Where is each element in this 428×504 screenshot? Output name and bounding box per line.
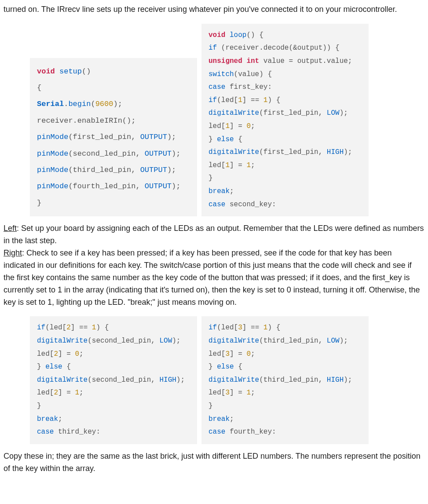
t: OUTPUT bbox=[145, 182, 172, 190]
t: 1 bbox=[263, 324, 268, 332]
t: 1 bbox=[238, 96, 242, 104]
t: ); bbox=[172, 150, 180, 158]
paragraph-left-right: Left: Set up your board by assigning eac… bbox=[4, 223, 424, 308]
t: 1 bbox=[225, 161, 230, 169]
t: () bbox=[82, 67, 91, 76]
t: pinMode bbox=[37, 182, 68, 190]
t: 1 bbox=[225, 122, 230, 130]
t: if bbox=[209, 324, 217, 332]
t: (led[ bbox=[45, 324, 66, 332]
t: (third_led_pin, bbox=[259, 376, 327, 384]
t: ); bbox=[172, 337, 180, 345]
t: case bbox=[37, 428, 54, 436]
t: receiver.enableIRIn(); bbox=[37, 117, 135, 125]
t: } bbox=[209, 402, 213, 410]
t: Serial bbox=[37, 100, 64, 108]
t: ); bbox=[176, 376, 185, 384]
t: OUTPUT bbox=[140, 166, 167, 174]
t: ) { bbox=[267, 96, 280, 104]
t: { bbox=[234, 135, 242, 143]
t: 2 bbox=[54, 389, 58, 397]
t: pinMode bbox=[37, 166, 68, 174]
t: ) { bbox=[96, 324, 109, 332]
t: ] = bbox=[230, 161, 246, 169]
text-left: : Set up your board by assigning each of… bbox=[4, 224, 424, 245]
t: 1 bbox=[75, 389, 79, 397]
t: ] = bbox=[230, 389, 246, 397]
t: ); bbox=[344, 148, 352, 156]
t: digitalWrite bbox=[209, 337, 259, 345]
t: ( bbox=[91, 100, 95, 108]
t: begin bbox=[68, 100, 91, 108]
t: (first_led_pin, bbox=[68, 133, 140, 141]
t: pinMode bbox=[37, 133, 68, 141]
t: HIGH bbox=[159, 376, 176, 384]
t: ); bbox=[340, 337, 348, 345]
t: ] = bbox=[58, 350, 75, 358]
t: ; bbox=[251, 161, 255, 169]
t: 2 bbox=[54, 350, 58, 358]
t: } bbox=[209, 363, 213, 371]
t: ); bbox=[172, 182, 180, 190]
code-case-third: if(led[3] == 1) { digitalWrite(third_led… bbox=[201, 316, 369, 444]
t: HIGH bbox=[327, 376, 344, 384]
t: fourth_key: bbox=[225, 428, 276, 436]
t: { bbox=[234, 363, 242, 371]
t: second_key: bbox=[225, 201, 276, 208]
t: () { bbox=[246, 31, 263, 39]
t: ) { bbox=[267, 324, 280, 332]
t: break bbox=[209, 415, 230, 423]
t: 0 bbox=[75, 350, 79, 358]
label-left: Left bbox=[4, 224, 17, 233]
t: ); bbox=[167, 133, 176, 141]
t: first_key: bbox=[225, 83, 272, 91]
t: ; bbox=[79, 350, 84, 358]
code-loop: void loop() { if (receiver.decode(&outpu… bbox=[201, 24, 369, 216]
t: (fourth_led_pin, bbox=[68, 182, 144, 190]
t: 1 bbox=[92, 324, 96, 332]
t: if bbox=[37, 324, 45, 332]
t: 3 bbox=[225, 350, 230, 358]
kw-void: void bbox=[37, 67, 55, 76]
t: led[ bbox=[209, 389, 225, 397]
t: led[ bbox=[37, 389, 54, 397]
t: 1 bbox=[246, 389, 251, 397]
t: ] = bbox=[230, 122, 246, 130]
t: loop bbox=[230, 31, 246, 39]
t: ; bbox=[230, 415, 234, 423]
t: if bbox=[209, 44, 217, 52]
code-setup: void setup() { Serial.begin(9600); recei… bbox=[30, 58, 197, 217]
t: switch bbox=[209, 70, 234, 78]
t: ; bbox=[58, 415, 62, 423]
t: case bbox=[209, 201, 225, 208]
t: case bbox=[209, 83, 225, 91]
t: ; bbox=[251, 389, 255, 397]
t: else bbox=[217, 135, 234, 143]
text-right: : Check to see if a key has been pressed… bbox=[4, 248, 420, 307]
t: (third_led_pin, bbox=[259, 337, 327, 345]
code-case-second: if(led[2] == 1) { digitalWrite(second_le… bbox=[30, 316, 197, 444]
t: value = output.value; bbox=[259, 57, 352, 65]
t: (led[ bbox=[217, 96, 238, 104]
t: break bbox=[37, 415, 58, 423]
t: led[ bbox=[209, 122, 225, 130]
t: LOW bbox=[327, 337, 340, 345]
t: (led[ bbox=[217, 324, 238, 332]
t: third_key: bbox=[54, 428, 100, 436]
t: 1 bbox=[263, 96, 268, 104]
t: ); bbox=[344, 376, 352, 384]
t: 1 bbox=[246, 161, 251, 169]
fn-setup: setup bbox=[59, 67, 82, 76]
t: led[ bbox=[37, 350, 54, 358]
t: OUTPUT bbox=[140, 133, 167, 141]
code-row-2: if(led[2] == 1) { digitalWrite(second_le… bbox=[4, 316, 424, 444]
t: else bbox=[45, 363, 62, 371]
t: case bbox=[209, 428, 225, 436]
t: 2 bbox=[66, 324, 71, 332]
t: ); bbox=[340, 109, 348, 117]
t: void bbox=[209, 31, 225, 39]
t: (first_led_pin, bbox=[259, 148, 327, 156]
t: (second_led_pin, bbox=[68, 150, 144, 158]
paragraph-intro: turned on. The IRrecv line sets up the r… bbox=[4, 4, 424, 16]
t: OUTPUT bbox=[145, 150, 172, 158]
